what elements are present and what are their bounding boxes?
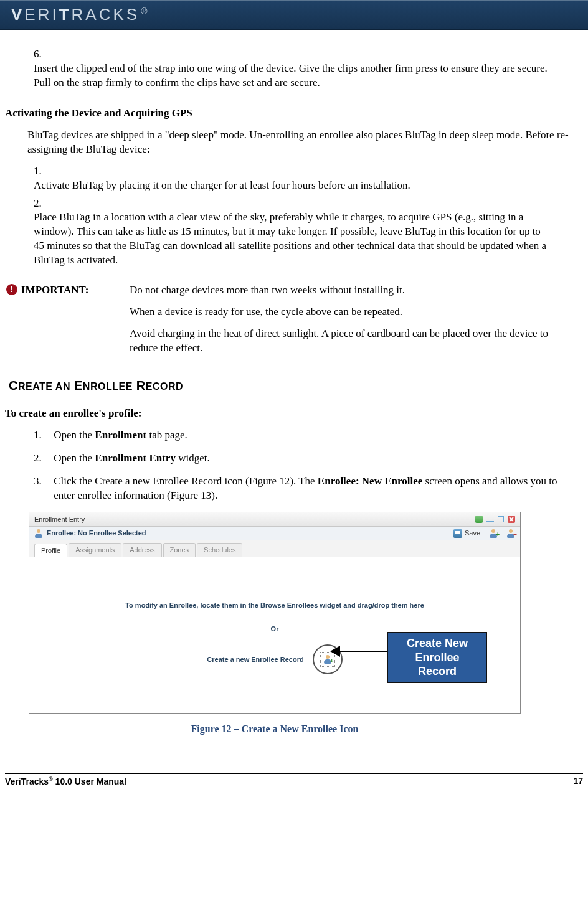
save-label: Save [465, 529, 480, 538]
list-text: Place BluTag in a location with a clear … [34, 210, 549, 268]
profile-item-3: 3. Click the Create a new Enrollee Recor… [34, 474, 569, 503]
panel-tabs: Profile Assignments Address Zones Schedu… [29, 540, 520, 557]
brand-reg: ® [141, 6, 147, 16]
tab-schedules[interactable]: Schedules [197, 543, 242, 557]
add-enrollee-icon[interactable] [489, 529, 498, 538]
important-block: ! IMPORTANT: Do not charge devices more … [5, 278, 569, 362]
profile-item-1: 1. Open the Enrollment tab page. [34, 428, 569, 443]
subbar-left: Enrollee: No Enrollee Selected [34, 529, 146, 538]
important-right: Do not charge devices more than two week… [130, 283, 569, 356]
refresh-icon[interactable] [475, 516, 483, 523]
panel-titlebar: Enrollment Entry [29, 512, 520, 527]
heading-create-enrollee: CREATE AN ENROLLEE RECORD [9, 377, 569, 394]
tab-profile[interactable]: Profile [34, 544, 67, 557]
activating-item-1: 1. Activate BluTag by placing it on the … [34, 164, 569, 193]
callout-box: Create New Enrollee Record [387, 632, 487, 683]
page-footer: VeriTracks® 10.0 User Manual 17 [5, 773, 583, 788]
heading-activating: Activating the Device and Acquiring GPS [5, 106, 569, 121]
list-text: Activate BluTag by placing it on the cha… [34, 179, 549, 193]
heading-profile: To create an enrollee's profile: [5, 407, 569, 421]
txt-post: widget. [176, 452, 210, 464]
footer-manual: 10.0 User Manual [53, 776, 126, 786]
important-left: ! IMPORTANT: [5, 283, 130, 356]
txt-pre: Click the Create a new Enrollee Record i… [54, 475, 318, 487]
list-text: Click the Create a new Enrollee Record i… [54, 474, 567, 503]
activating-para: BluTag devices are shipped in a "deep sl… [27, 128, 569, 157]
enrollee-icon [34, 529, 43, 538]
list-num: 1. [34, 428, 51, 443]
footer-left: VeriTracks® 10.0 User Manual [5, 775, 126, 788]
brand-logo: VVERITRACKSERITRACKS® [11, 4, 147, 26]
txt-pre: Open the [54, 429, 95, 441]
list-text: Open the Enrollment Entry widget. [54, 451, 567, 466]
enrollee-status: Enrollee: No Enrollee Selected [47, 529, 146, 538]
create-label: Create a new Enrollee Record [207, 655, 303, 664]
enrollment-entry-panel: Enrollment Entry Enrollee: No Enrollee S… [29, 512, 521, 714]
tab-zones[interactable]: Zones [163, 543, 196, 557]
step-6-text: Insert the clipped end of the strap into… [34, 62, 549, 90]
brand-v: V [11, 5, 24, 24]
step-6: 6. Insert the clipped end of the strap i… [34, 47, 569, 90]
activating-list: 1. Activate BluTag by placing it on the … [34, 164, 569, 268]
txt-bold: Enrollment [95, 429, 146, 441]
panel-body: To modify an Enrollee, locate them in th… [29, 557, 520, 713]
list-num: 2. [34, 451, 51, 466]
drop-hint-text: To modify an Enrollee, locate them in th… [29, 601, 520, 610]
list-num: 2. [34, 197, 51, 211]
list-text: Open the Enrollment tab page. [54, 428, 567, 443]
page-body: 6. Insert the clipped end of the strap i… [0, 30, 588, 750]
txt-bold: Enrollee: New Enrollee [318, 475, 422, 487]
maximize-icon[interactable] [498, 516, 504, 522]
txt-pre: Open the [54, 452, 95, 464]
profile-list: 1. Open the Enrollment tab page. 2. Open… [34, 428, 569, 503]
step-6-num: 6. [34, 47, 51, 62]
important-p2: When a device is ready for use, the cycl… [130, 305, 569, 319]
save-icon [453, 529, 462, 538]
profile-item-2: 2. Open the Enrollment Entry widget. [34, 451, 569, 466]
important-p1: Do not charge devices more than two week… [130, 283, 569, 298]
save-button[interactable]: Save [453, 529, 480, 538]
txt-post: tab page. [146, 429, 187, 441]
figure-12: Enrollment Entry Enrollee: No Enrollee S… [29, 512, 521, 736]
panel-subbar: Enrollee: No Enrollee Selected Save [29, 527, 520, 540]
important-p3: Avoid charging in the heat of direct sun… [130, 327, 569, 356]
remove-enrollee-icon[interactable] [506, 529, 515, 538]
panel-title: Enrollment Entry [34, 515, 85, 524]
alert-icon: ! [6, 284, 17, 295]
tab-assignments[interactable]: Assignments [69, 543, 121, 557]
list-num: 3. [34, 474, 51, 489]
callout-arrow [331, 651, 387, 652]
txt-bold: Enrollment Entry [95, 452, 176, 464]
app-header: VVERITRACKSERITRACKS® [0, 0, 588, 30]
activating-item-2: 2. Place BluTag in a location with a cle… [34, 197, 569, 268]
list-num: 1. [34, 164, 51, 179]
figure-caption: Figure 12 – Create a New Enrollee Icon [29, 722, 521, 736]
footer-reg: ® [49, 776, 53, 782]
close-icon[interactable] [508, 516, 515, 523]
footer-page: 17 [573, 775, 583, 788]
tab-address[interactable]: Address [123, 543, 161, 557]
footer-product: VeriTracks [5, 776, 49, 786]
panel-window-controls [475, 516, 515, 523]
subbar-right: Save [453, 529, 515, 538]
minimize-icon[interactable] [486, 517, 494, 522]
important-label: IMPORTANT: [21, 283, 88, 298]
